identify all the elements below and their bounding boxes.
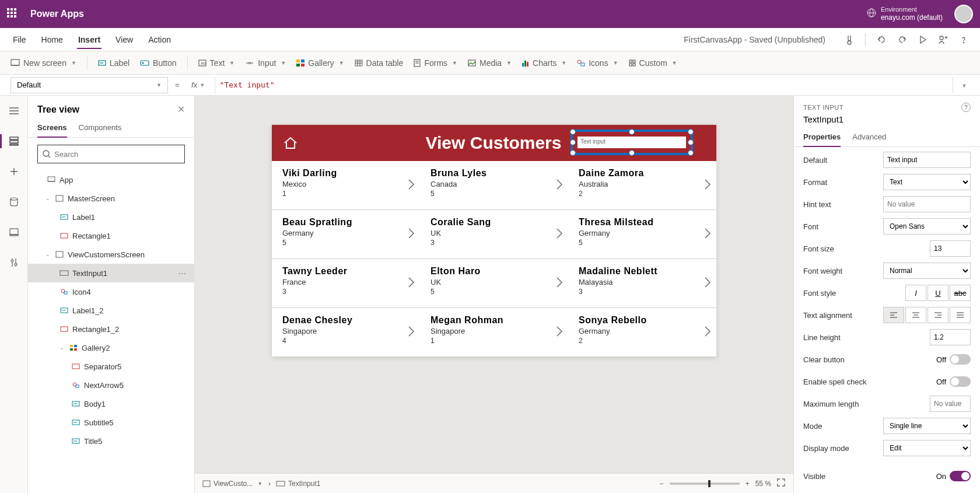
tree-tab-components[interactable]: Components — [79, 118, 122, 137]
ribbon-forms[interactable]: Forms▼ — [414, 58, 457, 68]
props-tab-properties[interactable]: Properties — [803, 129, 841, 147]
prop-default-input[interactable] — [883, 152, 971, 168]
tree-node-body1[interactable]: Body1 — [28, 394, 194, 413]
props-tab-advanced[interactable]: Advanced — [852, 129, 886, 146]
tree-node-viewcustomers[interactable]: ⌄ViewCustomersScreen — [28, 245, 194, 264]
ribbon-label[interactable]: Label — [98, 58, 130, 68]
property-dropdown[interactable]: Default▼ — [10, 77, 168, 93]
gallery-cell[interactable]: Elton HaroUK5 — [420, 259, 568, 307]
app-checker-icon[interactable] — [844, 34, 855, 45]
tree-node-gallery2[interactable]: ⌄Gallery2 — [28, 338, 194, 357]
redo-icon[interactable] — [897, 34, 908, 45]
tree-node-label1[interactable]: Label1 — [28, 208, 194, 226]
chevron-right-icon[interactable] — [704, 277, 712, 291]
tree-node-rectangle1[interactable]: Rectangle1 — [28, 226, 194, 245]
ribbon-charts[interactable]: Charts▼ — [522, 58, 566, 68]
gallery-cell[interactable]: Madaline NeblettMalayasia3 — [568, 259, 716, 307]
rail-insert-icon[interactable] — [5, 162, 23, 181]
gallery-cell[interactable]: Tawny LeederFrance3 — [272, 259, 420, 307]
chevron-right-icon[interactable] — [555, 326, 564, 340]
menu-file[interactable]: File — [12, 30, 27, 49]
prop-hint-input[interactable] — [883, 196, 971, 212]
chevron-right-icon[interactable] — [407, 179, 415, 193]
undo-icon[interactable] — [876, 34, 887, 45]
selected-textinput[interactable]: Text input — [570, 130, 693, 155]
gallery-cell[interactable]: Viki DarlingMexico1 — [272, 161, 420, 209]
chevron-right-icon[interactable] — [555, 179, 564, 193]
chevron-right-icon[interactable] — [704, 326, 712, 340]
prop-maxlen-input[interactable] — [930, 396, 971, 412]
props-help-icon[interactable]: ? — [961, 103, 971, 112]
gallery[interactable]: Viki DarlingMexico1Bruna LylesCanada5Dai… — [272, 161, 716, 356]
menu-view[interactable]: View — [114, 30, 134, 49]
tree-node-textinput1[interactable]: TextInput1⋯ — [28, 264, 194, 282]
share-icon[interactable] — [938, 34, 949, 45]
gallery-cell[interactable]: Thresa MilsteadGermany5 — [568, 210, 716, 258]
help-icon[interactable] — [959, 35, 968, 44]
zoom-in-icon[interactable]: + — [746, 480, 750, 488]
tree-node-rectangle1-2[interactable]: Rectangle1_2 — [28, 320, 194, 338]
fontstyle-strike-button[interactable]: abc — [950, 285, 971, 301]
prop-spell-toggle[interactable] — [950, 376, 971, 387]
gallery-cell[interactable]: Beau SpratlingGermany5 — [272, 210, 420, 258]
ribbon-new-screen[interactable]: New screen▼ — [10, 58, 76, 68]
play-icon[interactable] — [918, 35, 928, 44]
rail-media-icon[interactable] — [5, 223, 23, 242]
formula-input[interactable]: "Text input" — [215, 77, 953, 93]
gallery-cell[interactable]: Daine ZamoraAustralia2 — [568, 161, 716, 209]
prop-visible-toggle[interactable] — [950, 471, 971, 481]
align-right-button[interactable] — [928, 307, 949, 323]
zoom-out-icon[interactable]: − — [660, 480, 664, 488]
chevron-right-icon[interactable] — [704, 179, 712, 193]
fx-icon[interactable]: fx▼ — [187, 81, 210, 89]
fontstyle-underline-button[interactable]: U — [928, 285, 949, 301]
prop-dispmode-select[interactable]: Edit — [883, 440, 971, 456]
prop-mode-select[interactable]: Single line — [883, 418, 971, 434]
prop-fontsize-input[interactable] — [930, 240, 971, 257]
gallery-cell[interactable]: Sonya RebelloGermany2 — [568, 308, 716, 356]
ribbon-custom[interactable]: Custom▼ — [629, 58, 677, 68]
gallery-cell[interactable]: Coralie SangUK3 — [420, 210, 568, 258]
fontstyle-italic-button[interactable]: I — [905, 285, 926, 301]
align-justify-button[interactable] — [950, 307, 971, 323]
rail-tree-icon[interactable] — [5, 132, 23, 151]
prop-font-select[interactable]: Open Sans — [883, 218, 971, 235]
gallery-cell[interactable]: Denae ChesleySingapore4 — [272, 308, 420, 356]
menu-insert[interactable]: Insert — [77, 30, 102, 49]
chevron-right-icon[interactable] — [407, 326, 415, 340]
ribbon-gallery[interactable]: Gallery▼ — [296, 58, 344, 68]
tree-search-input[interactable] — [54, 150, 180, 159]
ribbon-media[interactable]: Media▼ — [468, 58, 512, 68]
ribbon-button[interactable]: Button — [140, 58, 176, 68]
ribbon-text[interactable]: AbText▼ — [198, 58, 235, 68]
prop-clear-toggle[interactable] — [950, 354, 971, 365]
rail-data-icon[interactable] — [5, 193, 23, 211]
tree-node-more-icon[interactable]: ⋯ — [178, 269, 187, 278]
tree-node-label1-2[interactable]: Label1_2 — [28, 301, 194, 320]
breadcrumb-control[interactable]: TextInput1 — [276, 480, 320, 488]
chevron-right-icon[interactable] — [407, 277, 415, 291]
ribbon-input[interactable]: Input▼ — [245, 58, 286, 68]
prop-lineheight-input[interactable] — [930, 329, 971, 345]
tree-node-masterscreen[interactable]: ⌄MasterScreen — [28, 189, 194, 208]
chevron-right-icon[interactable] — [555, 277, 564, 291]
align-center-button[interactable] — [905, 307, 926, 323]
align-left-button[interactable] — [883, 307, 904, 323]
tree-node-icon4[interactable]: Icon4 — [28, 282, 194, 301]
rail-hamburger-icon[interactable] — [5, 102, 23, 120]
ribbon-icons[interactable]: Icons▼ — [577, 58, 618, 68]
prop-fontweight-select[interactable]: Normal — [883, 263, 971, 279]
tree-node-separator5[interactable]: Separator5 — [28, 357, 194, 376]
fit-screen-icon[interactable] — [777, 478, 785, 488]
textinput-field[interactable]: Text input — [578, 137, 686, 148]
tree-node-title5[interactable]: Title5 — [28, 432, 194, 450]
chevron-right-icon[interactable] — [555, 228, 564, 242]
menu-home[interactable]: Home — [40, 30, 64, 49]
canvas-screen[interactable]: View Customers Text input Viki DarlingMe… — [272, 125, 716, 356]
gallery-cell[interactable]: Bruna LylesCanada5 — [420, 161, 568, 209]
avatar[interactable] — [954, 5, 973, 23]
chevron-right-icon[interactable] — [704, 228, 712, 242]
environment-picker[interactable]: Environment enayu.com (default) — [881, 6, 943, 22]
rail-tools-icon[interactable] — [5, 253, 23, 272]
tree-node-subtitle5[interactable]: Subtitle5 — [28, 413, 194, 432]
